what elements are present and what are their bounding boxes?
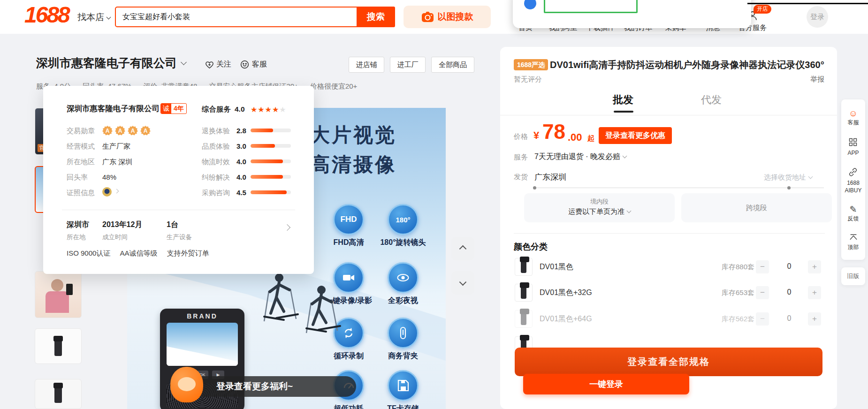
report-link[interactable]: 举报 [810, 75, 824, 84]
rating-bar [251, 175, 291, 179]
all-products-button[interactable]: 全部商品 [431, 57, 474, 73]
sku-thumbnail[interactable] [515, 284, 533, 302]
license-link[interactable] [102, 187, 118, 197]
search-input[interactable] [116, 13, 357, 21]
follow-button[interactable]: 关注 [205, 60, 231, 69]
rating-label: 纠纷解决 [202, 173, 230, 182]
qr-app-icon [848, 137, 858, 147]
fact-value: 1台 [167, 220, 178, 230]
sku-thumbnail[interactable] [515, 258, 533, 276]
feature-tfcard: TF卡存储 [370, 370, 436, 409]
image-search-button[interactable]: 以图搜款 [404, 6, 491, 28]
row-value: 广东 深圳 [102, 158, 132, 167]
no-rating-text: 暂无评分 [514, 75, 542, 84]
address-picker[interactable]: 选择收货地址 [764, 173, 812, 182]
active-tab-underline [614, 111, 633, 113]
login-view-all-specs-button[interactable]: 登录查看全部规格 [515, 348, 822, 376]
gallery-thumbnail-5[interactable] [35, 379, 82, 409]
gallery-thumbnail-3[interactable] [35, 271, 82, 318]
qty-plus-button[interactable]: + [808, 286, 821, 299]
rating-score: 4.0 [236, 158, 246, 166]
license-emblem-icon [102, 187, 112, 197]
product-detail-card: 1688严选 DV01wifi高清手持防抖运动相机户外随身录像神器执法记录仪36… [500, 47, 837, 409]
currency-symbol: ¥ [533, 129, 539, 142]
sidebar-app[interactable]: APP [847, 137, 859, 156]
qty-plus-button[interactable]: + [808, 260, 821, 273]
qty-minus-button[interactable]: − [756, 286, 769, 299]
store-name[interactable]: 深圳市惠客隆电子有限公司 [36, 55, 186, 71]
one-click-login-button[interactable]: 一键登录 [523, 374, 689, 394]
smiley-service-icon: ☺ [848, 109, 859, 118]
heart-plus-icon [205, 61, 214, 69]
star-rating: ★★★★★★★★★★ [251, 106, 287, 114]
integrity-years-badge[interactable]: 诚 4年 [160, 103, 187, 114]
login-avatar[interactable]: 登录 [807, 6, 828, 28]
sidebar-feedback[interactable]: ✎ 反馈 [848, 205, 859, 222]
tab-dropship[interactable]: 代发 [701, 93, 722, 107]
gallery-scroll-down-button[interactable] [451, 271, 474, 295]
price-integer: 78 [542, 120, 565, 144]
price-decimal: .00 [568, 131, 582, 144]
popup-more-chevron[interactable] [283, 225, 289, 233]
chevron-up-icon [849, 234, 858, 241]
enter-shop-button[interactable]: 进店铺 [349, 57, 384, 73]
page: 1688 找本店 搜索 以图搜款 首页 我的阿里 下载插件 我的订单 采购车 [0, 0, 868, 409]
login-for-discount-button[interactable]: 登录查看更多优惠 [599, 127, 672, 144]
rating-score: 2.8 [236, 127, 246, 135]
sidebar-aibuy[interactable]: 1688 AIBUY [845, 167, 861, 194]
tab-wholesale[interactable]: 批发 [613, 93, 633, 107]
camera-silhouette [54, 387, 62, 403]
rating-score: 4.0 [236, 173, 246, 181]
brand-label: BRAND [160, 312, 244, 320]
qty-plus-button[interactable]: + [808, 312, 821, 326]
fact-label: 生产设备 [167, 233, 192, 242]
row-value: 48% [102, 173, 116, 181]
sku-divider [514, 233, 825, 234]
gallery-thumbnail-4[interactable] [35, 328, 82, 364]
sidebar-back-to-top[interactable]: 顶部 [848, 234, 859, 250]
camera-silhouette [54, 340, 62, 356]
login-benefits-tip[interactable]: 登录查看更多福利~ [180, 376, 356, 397]
search-scope-dropdown[interactable]: 找本店 [77, 11, 110, 23]
chevron-down-icon [181, 59, 187, 65]
extension-blue-icon[interactable] [524, 0, 536, 9]
service-terms[interactable]: 7天无理由退货 · 晚发必赔 [534, 152, 626, 162]
camera-silhouette [521, 287, 526, 299]
popup-store-name: 深圳市惠客隆电子有限公司 [67, 104, 160, 114]
qty-value[interactable]: 0 [780, 288, 799, 296]
qty-value[interactable]: 0 [780, 262, 799, 271]
freight-crossborder-box[interactable]: 跨境段 [681, 193, 832, 222]
hero-headline: 大片视觉 高清摄像 [310, 120, 396, 179]
qty-minus-button[interactable]: − [756, 312, 769, 326]
sku-stock: 库存880套 [708, 263, 754, 272]
sku-stock: 库存653套 [708, 288, 754, 297]
chevron-down-icon [107, 15, 111, 20]
sku-row: DV01黑色+64G 库存562套 − 0 + [500, 308, 837, 331]
open-shop-badge[interactable]: 开店 [754, 5, 771, 14]
sku-section-title: 颜色分类 [514, 241, 548, 252]
pencil-icon: ✎ [848, 205, 859, 214]
freight-domestic-box[interactable]: 境内段 运费以下单页为准 [524, 193, 675, 222]
route-dot [787, 186, 791, 189]
row-label: 证照信息 [67, 189, 95, 197]
row-value: 生产厂家 [102, 142, 130, 151]
chevron-right-icon [114, 189, 119, 194]
store-customer-service-button[interactable]: 客服 [240, 60, 267, 69]
enter-factory-button[interactable]: 进工厂 [390, 57, 426, 73]
phone-shape [66, 284, 73, 295]
chevron-down-icon [808, 174, 813, 179]
side-toolbar: ☺ 客服 APP 1688 AIBUY ✎ 反馈 顶部 [841, 99, 865, 260]
legacy-version-button[interactable]: 旧版 [841, 267, 865, 285]
qty-value[interactable]: 0 [780, 314, 799, 323]
logo-1688[interactable]: 1688 [24, 2, 69, 28]
qty-minus-button[interactable]: − [756, 260, 769, 273]
row-label: 回头率 [67, 173, 88, 182]
sku-thumbnail[interactable] [515, 310, 533, 328]
store-info-popup: 深圳市惠客隆电子有限公司 诚 4年 综合服务4.0 ★★★★★★★★★★ 交易勋… [43, 86, 314, 274]
gallery-scroll-up-button[interactable] [451, 237, 474, 260]
rating-bar [251, 190, 291, 194]
search-button[interactable]: 搜索 [357, 7, 395, 27]
ship-origin: 广东深圳 [534, 172, 566, 182]
sku-row: DV01黑色 库存880套 − 0 + [500, 256, 837, 279]
sidebar-customer-service[interactable]: ☺ 客服 [848, 109, 859, 126]
